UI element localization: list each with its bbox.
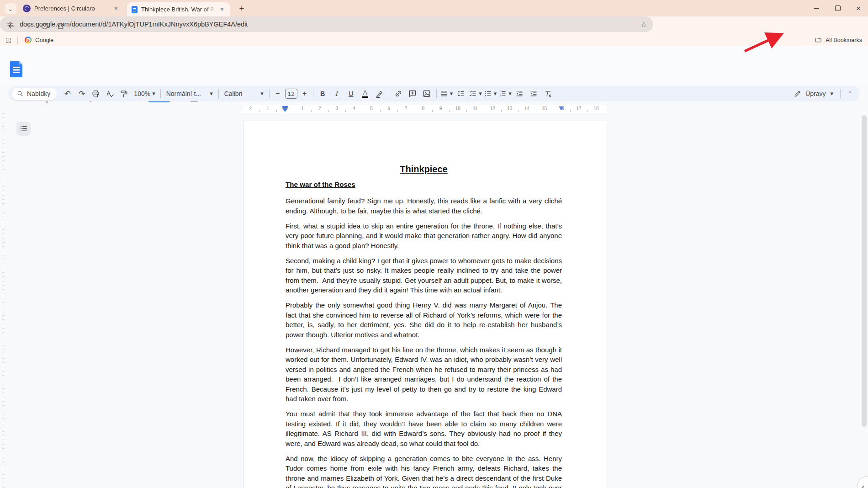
ruler-tick — [432, 110, 433, 112]
bold-button[interactable]: B — [316, 87, 330, 100]
chevron-down-icon: ▼ — [479, 91, 482, 96]
doc-paragraph[interactable]: And now, the idiocy of skipping a genera… — [286, 454, 562, 488]
spellcheck-button[interactable] — [103, 87, 117, 100]
search-menus-label: Nabídky — [27, 90, 50, 97]
home-button[interactable] — [53, 18, 69, 34]
decrease-font-size-button[interactable]: − — [272, 87, 284, 100]
window-minimize-button[interactable] — [810, 3, 823, 14]
ruler-tick — [466, 110, 467, 112]
document-outline-button[interactable] — [16, 122, 31, 136]
tab-close-icon[interactable]: ✕ — [112, 5, 120, 12]
ruler-number: 8 — [422, 106, 425, 111]
tab-circularo[interactable]: Preferences | Circularo ✕ — [18, 2, 124, 15]
font-size-input[interactable]: 12 — [285, 89, 297, 99]
bookmark-star-icon[interactable]: ☆ — [640, 20, 647, 29]
doc-paragraph[interactable]: Second, making a child king? I get that … — [286, 256, 562, 295]
collapse-toolbar-button[interactable]: ⌃ — [843, 87, 857, 100]
tab-title: Thinkpiece British, War of Roses — [141, 6, 215, 13]
bookmark-label: Google — [35, 37, 53, 43]
new-tab-button[interactable]: + — [236, 3, 247, 14]
window-maximize-button[interactable] — [831, 3, 845, 14]
doc-paragraph[interactable]: Probably the only somewhat good thing He… — [286, 300, 562, 339]
toolbar-separator — [436, 89, 437, 98]
toolbar-separator — [840, 89, 841, 98]
tab-search-button[interactable]: ⌄ — [5, 3, 16, 14]
doc-text-title[interactable]: Thinkpiece — [286, 164, 562, 175]
undo-button[interactable]: ↶ — [60, 87, 74, 100]
insert-image-button[interactable] — [420, 87, 434, 100]
paint-format-icon[interactable] — [117, 87, 131, 100]
right-indent-marker[interactable] — [559, 106, 564, 110]
ruler-number: 1 — [266, 106, 269, 111]
add-comment-button[interactable] — [406, 87, 420, 100]
zoom-select[interactable]: 100% ▼ — [131, 87, 158, 100]
docs-logo-icon[interactable] — [10, 61, 22, 77]
ruler-number: 5 — [370, 106, 373, 111]
redo-button[interactable]: ↷ — [74, 87, 89, 100]
numbered-list-button[interactable]: 12 ▼ — [498, 87, 513, 100]
ruler-tick — [501, 110, 502, 112]
window-close-button[interactable]: ✕ — [852, 3, 865, 14]
increase-indent-button[interactable] — [527, 87, 541, 100]
ruler-number: 2 — [318, 106, 321, 111]
toolbar-separator — [389, 89, 389, 98]
tab-strip: ⌄ Preferences | Circularo ✕ Thinkpiece B… — [0, 0, 868, 16]
bookmark-google[interactable]: Google — [25, 37, 53, 43]
underline-button[interactable]: U — [344, 87, 358, 100]
line-spacing-button[interactable] — [454, 87, 468, 100]
highlight-color-button[interactable] — [372, 87, 386, 100]
insert-link-button[interactable] — [392, 87, 406, 100]
tab-close-icon[interactable]: ✕ — [218, 6, 226, 13]
doc-text-heading[interactable]: The war of the Roses — [286, 180, 562, 188]
toolbar-separator — [269, 89, 270, 98]
ruler-scale: 21123456789101112131415161718 — [0, 105, 868, 113]
vertical-scrollbar[interactable] — [862, 115, 867, 427]
first-line-indent-marker[interactable] — [282, 106, 288, 108]
forward-button[interactable] — [20, 18, 36, 34]
docs-favicon-icon — [132, 6, 138, 13]
editing-mode-select[interactable]: Úpravy ▼ — [789, 87, 838, 100]
all-bookmarks-button[interactable]: All Bookmarks — [815, 37, 862, 43]
ruler-tick — [363, 110, 363, 112]
ruler-number: 2 — [249, 106, 252, 111]
pencil-icon — [794, 90, 802, 98]
circularo-favicon-icon — [23, 5, 31, 12]
mode-label: Úpravy — [805, 90, 826, 97]
checklist-button[interactable]: ▼ — [468, 87, 483, 100]
print-button[interactable] — [89, 87, 103, 100]
italic-button[interactable]: I — [330, 87, 344, 100]
document-page[interactable]: Thinkpiece The war of the Roses Generati… — [243, 121, 606, 488]
google-favicon-icon — [25, 37, 32, 43]
chevron-down-icon: ▼ — [152, 91, 155, 96]
font-family-select[interactable]: Calibri ▼ — [221, 87, 267, 100]
left-indent-marker[interactable] — [282, 108, 288, 112]
paragraph-style-select[interactable]: Normální t... ▼ — [163, 87, 216, 100]
decrease-indent-button[interactable] — [513, 87, 527, 100]
ruler-number: 15 — [542, 106, 547, 111]
chevron-down-icon: ▼ — [260, 91, 264, 96]
text-color-button[interactable]: A — [358, 87, 372, 100]
doc-paragraph[interactable]: You must admit that they took immense ad… — [286, 409, 562, 448]
align-button[interactable]: ▼ — [439, 87, 454, 100]
omnibox[interactable]: docs.google.com/document/d/1ATKylOjTUP1m… — [0, 16, 653, 32]
ruler-tick — [259, 110, 259, 112]
increase-font-size-button[interactable]: + — [299, 87, 311, 100]
back-button[interactable] — [4, 18, 19, 34]
doc-paragraph[interactable]: Generational family feud? Sign me up. Ho… — [286, 196, 562, 216]
apps-grid-icon[interactable] — [5, 37, 12, 44]
reload-button[interactable] — [37, 18, 52, 34]
ruler-tick — [294, 110, 294, 112]
side-panel-collapse-button[interactable]: ‹ — [857, 476, 868, 488]
all-bookmarks-label: All Bookmarks — [826, 37, 862, 43]
clear-formatting-button[interactable] — [541, 87, 555, 100]
vertical-ruler[interactable] — [1, 113, 5, 488]
tab-docs-active[interactable]: Thinkpiece British, War of Roses ✕ — [127, 2, 230, 16]
doc-paragraph[interactable]: However, Richard managed to get his line… — [286, 345, 562, 404]
ruler-number: 11 — [473, 106, 477, 111]
bulleted-list-button[interactable]: ▼ — [483, 87, 498, 100]
chevron-down-icon: ▼ — [830, 91, 833, 96]
doc-paragraph[interactable]: First, what a stupid idea to skip an ent… — [286, 221, 562, 251]
search-menus-button[interactable]: Nabídky — [12, 88, 57, 100]
folder-icon — [815, 37, 822, 43]
horizontal-ruler[interactable]: 21123456789101112131415161718 — [0, 105, 868, 113]
